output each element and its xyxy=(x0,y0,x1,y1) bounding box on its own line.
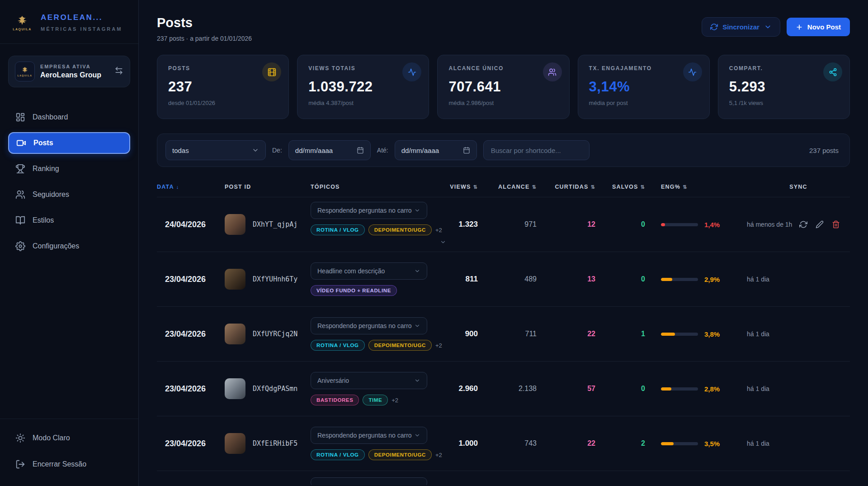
sort-both-icon: ⇅ xyxy=(641,184,645,190)
row-actions xyxy=(799,220,840,229)
topic-select[interactable] xyxy=(311,477,427,485)
book-icon xyxy=(15,215,25,225)
sync-button-label: Sincronizar xyxy=(722,23,760,31)
engagement-bar xyxy=(661,223,698,226)
company-switcher[interactable]: LAQUILA EMPRESA ATIVA AeroLeans Group xyxy=(8,56,130,87)
topic-select[interactable]: Respondendo perguntas no carro xyxy=(311,317,427,334)
resync-post-button[interactable] xyxy=(799,220,807,229)
gear-icon xyxy=(15,241,25,251)
refresh-icon xyxy=(710,23,718,31)
topic-select[interactable]: Headline com descrição xyxy=(311,262,427,280)
views-value: 900 xyxy=(442,329,478,338)
trophy-icon xyxy=(15,164,25,174)
alcance-value: 489 xyxy=(478,275,537,283)
trash-icon xyxy=(832,220,840,229)
post-id[interactable]: DXfQdgPASmn xyxy=(253,385,297,393)
video-camera-icon xyxy=(16,138,26,148)
stat-sub: desde 01/01/2026 xyxy=(168,100,278,106)
post-thumbnail[interactable] xyxy=(225,269,245,290)
engagement-percent: 3,8% xyxy=(704,330,720,338)
post-thumbnail[interactable] xyxy=(225,433,245,454)
brand: LAQUILA AEROLEAN... MÉTRICAS INSTAGRAM xyxy=(0,0,138,44)
chevron-down-icon xyxy=(764,23,772,31)
filter-bar: todas De: dd/mm/aaaa Até: dd/mm/aaaa 237… xyxy=(157,133,850,167)
stat-value: 1.039.722 xyxy=(308,79,418,95)
new-post-button[interactable]: Novo Post xyxy=(787,18,850,36)
plus-icon xyxy=(796,24,803,31)
sidebar: LAQUILA AEROLEAN... MÉTRICAS INSTAGRAM L… xyxy=(0,0,139,486)
swap-company-icon[interactable] xyxy=(114,66,123,77)
salvos-value: 2 xyxy=(595,439,645,448)
shortcode-search-input[interactable] xyxy=(483,140,590,160)
date-to-input[interactable]: dd/mm/aaaa xyxy=(395,140,477,160)
topic-tags: VÍDEO FUNDO + READLINE xyxy=(311,285,446,296)
stat-value: 5.293 xyxy=(729,79,839,95)
stat-card-tx-engajamento: TX. ENGAJAMENTO3,14%média por post xyxy=(578,55,710,119)
chevron-down-icon xyxy=(414,377,420,384)
page-title: Posts xyxy=(157,15,252,30)
post-id[interactable]: DXfUYRCjq2N xyxy=(253,330,297,338)
company-label: EMPRESA ATIVA xyxy=(40,64,109,69)
post-date: 24/04/2026 xyxy=(157,220,225,229)
topic-select[interactable]: Aniversário xyxy=(311,372,427,389)
date-from-label: De: xyxy=(272,147,282,154)
sidebar-footer: Modo ClaroEncerrar Sessão xyxy=(0,419,138,486)
more-tags-count: +2 xyxy=(392,397,398,404)
table-row-partial xyxy=(157,471,850,485)
column-header-data[interactable]: DATA↓ xyxy=(157,184,225,190)
topic-tag: VÍDEO FUNDO + READLINE xyxy=(311,285,397,296)
column-header-curtidas[interactable]: CURTIDAS⇅ xyxy=(537,184,595,190)
refresh-icon xyxy=(799,220,807,229)
post-thumbnail[interactable] xyxy=(225,214,245,235)
column-header-alcance[interactable]: ALCANCE⇅ xyxy=(478,184,537,190)
topic-tags: ROTINA / VLOGDEPOIMENTO/UGC+2 xyxy=(311,449,446,460)
sidebar-item-ranking[interactable]: Ranking xyxy=(8,158,130,180)
column-header-eng%[interactable]: ENG%⇅ xyxy=(645,184,747,190)
sort-both-icon: ⇅ xyxy=(532,184,537,190)
company-logo-eagle-icon: LAQUILA xyxy=(15,62,35,81)
salvos-value: 1 xyxy=(595,330,645,338)
brand-subtitle: MÉTRICAS INSTAGRAM xyxy=(41,26,122,32)
table-row: 23/04/2026 DXfUYRCjq2N Respondendo pergu… xyxy=(157,306,850,361)
topic-select[interactable]: Respondendo perguntas no carro xyxy=(311,427,427,444)
sidebar-item-posts[interactable]: Posts xyxy=(8,132,130,154)
table-body: 24/04/2026 DXhYT_qjpAj Respondendo pergu… xyxy=(157,197,850,471)
sync-button[interactable]: Sincronizar xyxy=(702,17,780,37)
sidebar-item-modo-claro[interactable]: Modo Claro xyxy=(8,427,130,449)
sidebar-item-encerrar-sessao[interactable]: Encerrar Sessão xyxy=(8,453,130,475)
calendar-icon xyxy=(463,147,470,154)
column-header-views[interactable]: VIEWS⇅ xyxy=(442,184,478,190)
post-id[interactable]: DXfEiRHibF5 xyxy=(253,439,297,448)
chevron-down-icon xyxy=(440,239,446,245)
delete-post-button[interactable] xyxy=(832,220,840,229)
post-id[interactable]: DXhYT_qjpAj xyxy=(253,220,297,229)
expand-tags-chevron-icon[interactable] xyxy=(440,239,446,247)
topic-tag: ROTINA / VLOG xyxy=(311,449,365,460)
sidebar-item-seguidores[interactable]: Seguidores xyxy=(8,184,130,205)
post-id[interactable]: DXfYUHnh6Ty xyxy=(253,275,297,283)
salvos-value: 0 xyxy=(595,275,645,283)
topic-tag: DEPOIMENTO/UGC xyxy=(368,449,432,460)
topic-tags: ROTINA / VLOGDEPOIMENTO/UGC+2 xyxy=(311,340,446,351)
chevron-down-icon xyxy=(414,268,420,274)
users-icon xyxy=(548,68,557,76)
sidebar-item-dashboard[interactable]: Dashboard xyxy=(8,106,130,128)
sidebar-item-estilos[interactable]: Estilos xyxy=(8,210,130,231)
views-value: 1.000 xyxy=(442,439,478,448)
column-header-salvos[interactable]: SALVOS⇅ xyxy=(595,184,645,190)
new-post-button-label: Novo Post xyxy=(807,23,841,31)
engagement-percent: 3,5% xyxy=(704,440,720,448)
post-date: 23/04/2026 xyxy=(157,439,225,448)
topic-tag: BASTIDORES xyxy=(311,395,359,405)
topic-select[interactable]: Respondendo perguntas no carro xyxy=(311,202,427,219)
post-thumbnail[interactable] xyxy=(225,378,245,399)
sync-status: há 1 dia xyxy=(747,276,769,283)
engagement-bar xyxy=(661,333,698,336)
film-icon xyxy=(268,68,276,76)
date-from-input[interactable]: dd/mm/aaaa xyxy=(288,140,371,160)
post-thumbnail[interactable] xyxy=(225,324,245,344)
curtidas-value: 22 xyxy=(537,439,595,448)
edit-post-button[interactable] xyxy=(816,220,824,229)
topic-filter-select[interactable]: todas xyxy=(165,140,266,160)
sidebar-item-configuracoes[interactable]: Configurações xyxy=(8,235,130,257)
